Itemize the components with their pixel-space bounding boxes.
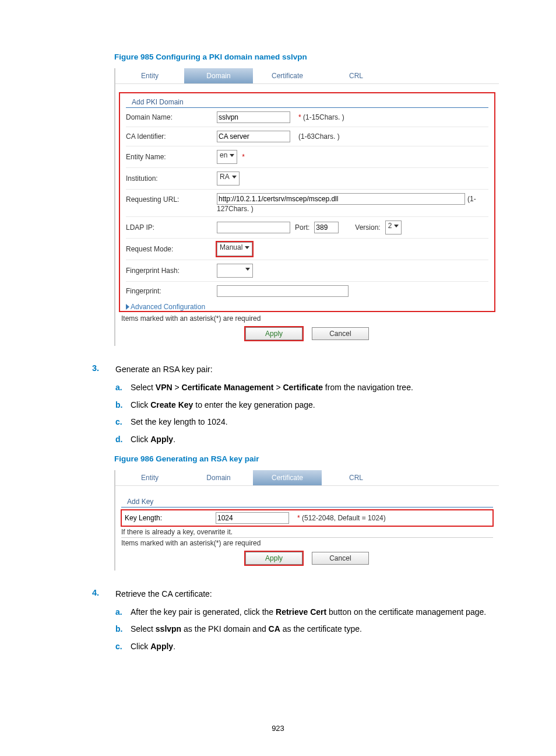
label-ca-identifier: CA Identifier: [126, 132, 212, 141]
step-4c-letter: c. [115, 640, 131, 653]
overwrite-note: If there is already a key, overwrite it. [121, 528, 493, 536]
suffix-req-url-1: (1- [467, 195, 476, 203]
select-institution[interactable]: RA [217, 172, 240, 186]
step-3-title: Generate an RSA key pair: [115, 363, 499, 376]
label-entity-name: Entity Name: [126, 153, 212, 161]
step-3d-letter: d. [115, 433, 131, 446]
step-4a-letter: a. [115, 606, 131, 619]
tab2-entity[interactable]: Entity [115, 470, 184, 485]
cancel-button[interactable]: Cancel [312, 327, 369, 340]
input-key-length[interactable] [216, 512, 289, 524]
step-3b-text: Click Create Key to enter the key genera… [131, 399, 315, 412]
advanced-configuration-link[interactable]: Advanced Configuration [120, 300, 494, 311]
select-request-mode[interactable]: Manual [217, 242, 252, 256]
required-note: Items marked with an asterisk(*) are req… [121, 313, 493, 323]
figure-986-screenshot: Entity Domain Certificate CRL Add Key Ke… [114, 470, 499, 570]
tab-bar-2: Entity Domain Certificate CRL [115, 470, 499, 486]
select-version[interactable]: 2 [385, 220, 402, 235]
input-requesting-url[interactable] [217, 193, 465, 205]
tab-crl[interactable]: CRL [322, 68, 390, 83]
step-4b-text: Select sslvpn as the PKI domain and CA a… [131, 623, 362, 636]
select-fingerprint-hash[interactable] [217, 264, 253, 278]
step-3-number: 3. [92, 363, 115, 376]
step-4b-letter: b. [115, 623, 131, 636]
step-3a-text: Select VPN > Certificate Management > Ce… [131, 382, 413, 394]
label-requesting-url: Requesting URL: [126, 193, 212, 204]
figure-985-caption: Figure 985 Configuring a PKI domain name… [114, 52, 499, 61]
input-fingerprint[interactable] [217, 285, 349, 297]
step-3d-text: Click Apply. [131, 433, 175, 446]
tab2-domain[interactable]: Domain [184, 470, 253, 485]
label-ldap-ip: LDAP IP: [126, 223, 212, 232]
section-title-add-key: Add Key [121, 495, 493, 508]
step-4-title: Retrieve the CA certificate: [115, 588, 499, 600]
page-number: 923 [0, 724, 556, 733]
apply-button-2[interactable]: Apply [245, 552, 302, 565]
select-entity-name[interactable]: en [217, 150, 237, 164]
tab2-certificate[interactable]: Certificate [253, 470, 322, 485]
label-fingerprint-hash: Fingerprint Hash: [126, 267, 212, 275]
step-3c-text: Set the key length to 1024. [131, 416, 228, 429]
figure-986-caption: Figure 986 Generating an RSA key pair [114, 454, 499, 463]
tab-certificate[interactable]: Certificate [253, 68, 322, 83]
apply-button[interactable]: Apply [245, 327, 302, 340]
tab-domain[interactable]: Domain [184, 68, 253, 83]
hint-domain-name: (1-15Chars. ) [303, 113, 344, 121]
section-title-add-pki: Add PKI Domain [126, 96, 488, 108]
label-institution: Institution: [126, 174, 212, 183]
suffix-req-url-2: 127Chars. ) [217, 205, 488, 213]
label-request-mode: Request Mode: [126, 245, 212, 253]
hint-key-length: (512-2048, Default = 1024) [302, 514, 386, 522]
step-3a-letter: a. [115, 382, 131, 394]
input-ca-identifier[interactable] [217, 131, 290, 142]
label-fingerprint: Fingerprint: [126, 287, 212, 295]
triangle-right-icon [126, 304, 129, 310]
cancel-button-2[interactable]: Cancel [312, 552, 369, 565]
step-4c-text: Click Apply. [131, 640, 175, 653]
input-port[interactable] [314, 222, 339, 233]
input-domain-name[interactable] [217, 111, 290, 123]
label-domain-name: Domain Name: [126, 113, 212, 121]
key-length-row: Key Length: * (512-2048, Default = 1024) [121, 510, 493, 526]
tab-entity[interactable]: Entity [115, 68, 184, 83]
figure-985-screenshot: Entity Domain Certificate CRL Add PKI Do… [114, 68, 499, 346]
label-key-length: Key Length: [125, 514, 211, 522]
step-4a-text: After the key pair is generated, click t… [131, 606, 486, 619]
tab2-crl[interactable]: CRL [322, 470, 390, 485]
tab-bar: Entity Domain Certificate CRL [115, 68, 499, 84]
step-4-number: 4. [92, 588, 115, 600]
required-note-2: Items marked with an asterisk(*) are req… [121, 537, 493, 547]
label-version: Version: [355, 223, 380, 232]
step-3b-letter: b. [115, 399, 131, 412]
hint-ca-identifier: (1-63Chars. ) [298, 132, 340, 141]
input-ldap-ip[interactable] [217, 222, 290, 233]
step-3c-letter: c. [115, 416, 131, 429]
label-port: Port: [295, 223, 309, 232]
